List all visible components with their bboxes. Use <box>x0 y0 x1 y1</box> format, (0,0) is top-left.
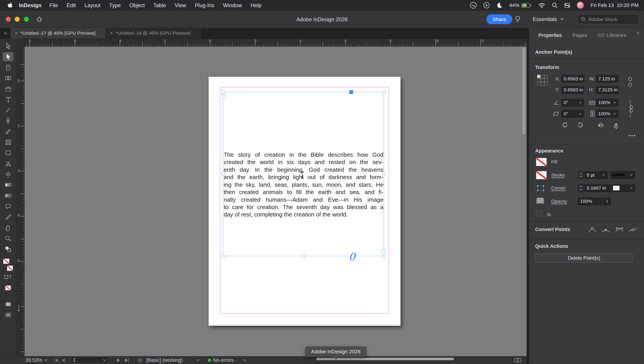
w-input[interactable]: 7.125 in <box>596 75 618 83</box>
zoom-level-dropdown[interactable]: 39.53% <box>26 356 48 364</box>
menu-item[interactable]: Edit <box>62 2 80 9</box>
next-page-button[interactable] <box>117 356 120 364</box>
reference-point-proxy[interactable] <box>537 75 548 86</box>
corner-radius-input[interactable]: 0.1667 in <box>584 184 610 192</box>
frame-tool[interactable] <box>0 137 16 148</box>
frame-handle-bottom-left[interactable] <box>222 255 224 258</box>
zoom-tool[interactable] <box>0 233 16 244</box>
stroke-swatch[interactable] <box>536 171 547 179</box>
scale-x-dropdown[interactable]: 100% <box>596 99 618 107</box>
text-in-port[interactable] <box>222 95 226 98</box>
rotation-dropdown[interactable]: 0° <box>562 99 584 107</box>
convert-to-corner-point-icon[interactable] <box>601 227 610 233</box>
scissors-tool[interactable] <box>0 158 16 169</box>
apple-menu-icon[interactable] <box>8 2 13 9</box>
swap-fill-stroke-icon[interactable] <box>0 244 16 255</box>
first-page-button[interactable] <box>54 356 58 364</box>
story-line[interactable]: created the world in six days and rested… <box>224 158 383 166</box>
panel-tab[interactable]: Properties <box>538 32 562 38</box>
y-input[interactable]: 0.6563 in <box>562 86 584 94</box>
menubar-clock[interactable]: Fri Feb 13 10:20 PM <box>590 2 639 8</box>
hand-tool[interactable] <box>0 223 16 233</box>
story-line[interactable]: day of rest, completing the creation of … <box>224 211 383 218</box>
focus-moon-icon[interactable] <box>496 2 503 9</box>
preflight-profile-chevron[interactable] <box>196 356 200 364</box>
workspace-switcher[interactable]: Essentials <box>533 16 564 22</box>
opacity-expand-button[interactable] <box>603 198 611 205</box>
formatting-affects-buttons[interactable] <box>0 272 16 283</box>
preflight-status-chevron[interactable] <box>243 356 246 364</box>
convert-to-smooth-symmetric-icon[interactable] <box>628 227 637 233</box>
flip-horizontal-button[interactable] <box>597 122 604 128</box>
tab-close-icon[interactable] <box>15 30 18 36</box>
share-button[interactable]: Share <box>486 14 512 24</box>
stroke-swatch-none[interactable] <box>7 266 13 271</box>
stroke-weight-dropdown[interactable]: 0 pt <box>584 171 608 179</box>
story-text[interactable]: The story of creation in the Bible descr… <box>224 151 383 219</box>
preflight-profile-dropdown[interactable]: [Basic] (working) <box>146 356 183 364</box>
stroke-label[interactable]: Stroke <box>551 172 565 178</box>
document-tab[interactable]: *Untitled–18 @ 46% [GPU Preview] <box>106 28 201 39</box>
canvas-vertical-scrollbar[interactable] <box>522 48 525 135</box>
selection-tool[interactable] <box>0 41 16 52</box>
menu-item[interactable]: File <box>45 2 62 9</box>
convert-to-line-end-icon[interactable] <box>588 227 596 233</box>
spotlight-search-icon[interactable] <box>552 3 558 8</box>
preflight-icon[interactable] <box>138 356 142 364</box>
menu-item[interactable]: Object <box>125 2 149 9</box>
gradient-feather-tool[interactable] <box>0 190 16 201</box>
horizontal-ruler[interactable]: 8642024681012 <box>24 39 526 47</box>
tab-overflow-chevrons-icon[interactable] <box>0 28 11 39</box>
menu-item[interactable]: Plug-Ins <box>190 2 219 9</box>
eyedropper-tool[interactable] <box>0 212 16 223</box>
wifi-icon[interactable] <box>538 3 545 8</box>
menu-item[interactable]: View <box>170 2 190 9</box>
convert-to-smooth-point-icon[interactable] <box>615 227 624 233</box>
stroke-weight-stepper[interactable] <box>578 171 584 179</box>
rotate-ccw-button[interactable] <box>577 122 584 128</box>
corner-label[interactable]: Corner <box>551 185 566 191</box>
effects-target-icon[interactable] <box>537 211 542 216</box>
delete-points-button[interactable]: Delete Point(s) <box>535 254 633 262</box>
free-transform-tool[interactable] <box>0 169 16 180</box>
panel-tab[interactable]: CC Libraries <box>598 32 626 38</box>
frame-handle-mid-right[interactable] <box>382 172 386 175</box>
transform-more-options-button[interactable] <box>629 135 635 136</box>
selected-anchor-point[interactable] <box>349 90 353 94</box>
creative-cloud-icon[interactable] <box>470 2 477 9</box>
frame-handle-bottom-right[interactable] <box>382 255 386 258</box>
opacity-label[interactable]: Opacity <box>551 199 567 204</box>
story-line[interactable]: The story of creation in the Bible descr… <box>224 151 383 158</box>
scale-y-dropdown[interactable]: 100% <box>596 110 618 117</box>
last-page-button[interactable] <box>125 356 129 364</box>
frame-handle-mid-left[interactable] <box>222 172 224 175</box>
menu-item[interactable]: Type <box>105 2 125 9</box>
previous-page-button[interactable] <box>62 356 65 364</box>
rectangle-tool[interactable] <box>0 147 16 158</box>
adobe-stock-search-input[interactable]: Adobe Stock <box>577 14 639 24</box>
panel-collapse-chevrons-icon[interactable] <box>632 30 643 36</box>
gradient-swatch-tool[interactable] <box>0 180 16 191</box>
corner-shape-dropdown[interactable] <box>611 184 635 192</box>
content-collector-tool[interactable] <box>0 84 16 94</box>
note-tool[interactable] <box>0 201 16 212</box>
now-playing-icon[interactable] <box>483 2 490 9</box>
gap-tool[interactable] <box>0 73 16 84</box>
opacity-input[interactable]: 100% <box>578 198 602 205</box>
direct-selection-tool[interactable] <box>0 52 16 62</box>
type-tool[interactable] <box>0 94 16 105</box>
user-avatar[interactable] <box>577 2 584 9</box>
battery-indicator[interactable]: 44% <box>509 2 532 8</box>
rotate-cw-button[interactable] <box>562 122 568 128</box>
control-center-icon[interactable] <box>564 2 570 9</box>
shear-dropdown[interactable]: 0° <box>562 110 584 117</box>
story-line[interactable]: then created animals to fill the earth a… <box>224 189 383 196</box>
page-number-dropdown[interactable]: 1 <box>71 356 108 363</box>
menu-item[interactable]: Layout <box>80 2 105 9</box>
h-input[interactable]: 7.3125 in <box>596 86 618 94</box>
menu-item[interactable]: Help <box>246 2 266 9</box>
document-tab[interactable]: *Untitled–17 @ 40% [GPU Preview] <box>11 28 106 39</box>
stroke-style-dropdown[interactable] <box>610 171 635 179</box>
fill-swatch[interactable] <box>536 158 547 166</box>
flip-vertical-button[interactable] <box>613 122 618 129</box>
